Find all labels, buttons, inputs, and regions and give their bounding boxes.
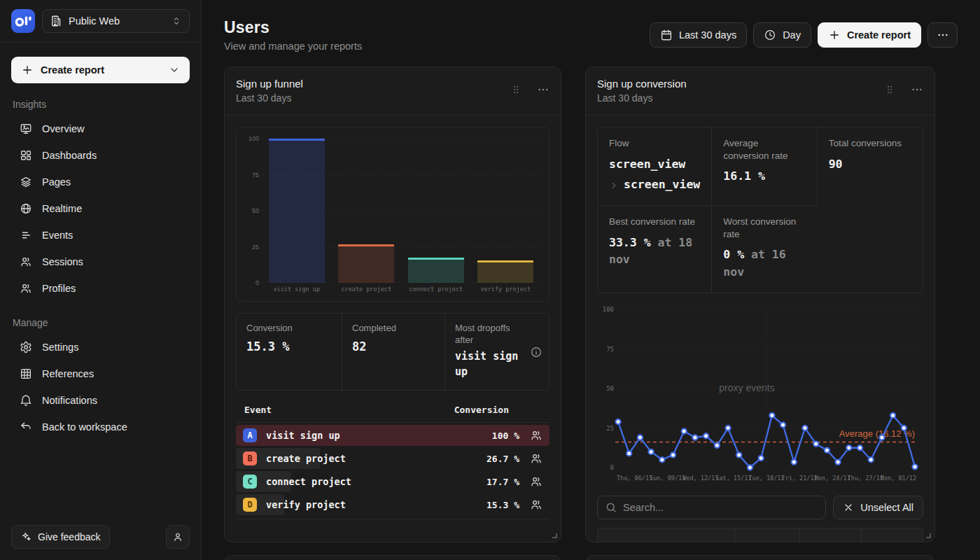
data-point[interactable] — [912, 464, 917, 469]
sidebar-item-events[interactable]: Events — [11, 222, 190, 248]
data-point[interactable] — [802, 426, 807, 430]
data-point[interactable] — [792, 459, 797, 464]
data-point[interactable] — [869, 457, 874, 462]
search-icon — [605, 501, 617, 514]
funnel-bar[interactable] — [477, 260, 533, 283]
funnel-bar-column[interactable] — [401, 139, 471, 283]
funnel-bar[interactable] — [269, 139, 325, 283]
conversion-stats-grid: Flow screen_view screen_view Average con… — [597, 127, 923, 293]
data-point[interactable] — [879, 435, 884, 440]
funnel-bar-column[interactable] — [471, 139, 541, 283]
event-conversion-value: 17.7 % — [486, 477, 519, 487]
data-point[interactable] — [615, 419, 620, 424]
sidebar-item-pages[interactable]: Pages — [11, 169, 190, 195]
users-icon — [20, 255, 32, 268]
stat-worst-value: 0 % — [723, 248, 744, 261]
page-title: Users — [224, 18, 362, 37]
data-point[interactable] — [638, 435, 643, 440]
data-point[interactable] — [846, 445, 851, 450]
users-icon[interactable] — [530, 429, 542, 442]
sidebar-footer: Give feedback — [0, 515, 201, 560]
data-point[interactable] — [736, 452, 741, 457]
data-point[interactable] — [780, 422, 785, 427]
users-icon[interactable] — [530, 498, 542, 511]
sidebar-item-realtime[interactable]: Realtime — [11, 195, 190, 222]
line-y-tick: 25 — [606, 424, 614, 431]
card-resize-handle[interactable] — [552, 533, 557, 538]
data-point[interactable] — [671, 452, 676, 457]
drag-handle-icon[interactable] — [884, 84, 895, 95]
workspace-name: Public Web — [69, 15, 120, 27]
sidebar-item-settings[interactable]: Settings — [11, 334, 190, 360]
sidebar-item-sessions[interactable]: Sessions — [11, 248, 190, 275]
stat-best-value: 33.3 % — [609, 236, 651, 249]
data-point[interactable] — [715, 442, 720, 447]
data-point[interactable] — [759, 455, 764, 460]
interval-button[interactable]: Day — [753, 22, 811, 48]
event-row-visit-sign-up[interactable]: Avisit sign up100 % — [236, 425, 550, 446]
data-point[interactable] — [649, 449, 654, 454]
summary-completed-label: Completed — [352, 323, 435, 335]
card-menu-icon[interactable] — [911, 83, 923, 96]
funnel-x-label: connect project — [401, 286, 471, 297]
data-point[interactable] — [692, 435, 697, 440]
sidebar-item-dashboards[interactable]: Dashboards — [11, 142, 190, 169]
layers-icon — [20, 176, 32, 188]
summary-conversion-value: 15.3 % — [246, 340, 332, 354]
workspace-selector[interactable]: Public Web — [42, 9, 190, 33]
funnel-bar-column[interactable] — [332, 139, 402, 283]
data-point[interactable] — [769, 412, 774, 417]
data-point[interactable] — [626, 451, 631, 456]
drag-handle-icon[interactable] — [510, 84, 522, 95]
stat-best-label: Best conversion rate — [609, 216, 700, 228]
stat-flow: Flow screen_view screen_view — [598, 127, 712, 205]
date-range-button[interactable]: Last 30 days — [650, 22, 747, 48]
card-resize-handle[interactable] — [926, 533, 931, 538]
event-row-verify-project[interactable]: Dverify project15.3 % — [236, 494, 550, 515]
users-icon[interactable] — [530, 475, 542, 488]
users-icon[interactable] — [530, 452, 542, 465]
data-point[interactable] — [725, 426, 730, 430]
openpanel-logo[interactable] — [11, 9, 35, 33]
sidebar-item-references[interactable]: References — [11, 360, 190, 387]
funnel-summary: Conversion 15.3 % Completed 82 Most drop… — [236, 313, 550, 391]
data-point[interactable] — [835, 459, 840, 464]
create-report-label: Create report — [41, 64, 104, 76]
data-point[interactable] — [858, 445, 862, 450]
create-report-button[interactable]: Create report — [11, 57, 190, 83]
data-point[interactable] — [704, 433, 708, 438]
data-point[interactable] — [748, 465, 752, 470]
event-row-connect-project[interactable]: Cconnect project17.7 % — [236, 471, 550, 492]
data-point[interactable] — [890, 412, 895, 417]
search-input[interactable] — [623, 502, 818, 513]
give-feedback-button[interactable]: Give feedback — [11, 525, 110, 549]
line-x-tick: Thu, 27/11 — [848, 475, 883, 482]
summary-dropoffs-value: visit sign up — [455, 349, 526, 380]
info-icon[interactable] — [530, 346, 542, 358]
bell-icon — [20, 394, 32, 407]
profile-button[interactable] — [166, 525, 190, 549]
card-menu-icon[interactable] — [537, 83, 550, 96]
more-options-button[interactable] — [927, 22, 958, 48]
data-point[interactable] — [682, 428, 687, 433]
sidebar-item-back-to-workspace[interactable]: Back to workspace — [11, 414, 190, 440]
data-point[interactable] — [813, 441, 818, 446]
clock-icon — [764, 29, 776, 41]
globe-icon — [20, 202, 32, 215]
sidebar-item-notifications[interactable]: Notifications — [11, 387, 190, 414]
unselect-all-button[interactable]: Unselect All — [833, 496, 923, 519]
data-point[interactable] — [825, 447, 830, 452]
data-point[interactable] — [902, 426, 906, 430]
sidebar-item-overview[interactable]: Overview — [11, 115, 190, 142]
funnel-bar[interactable] — [408, 258, 464, 283]
funnel-y-tick: 75 — [252, 172, 259, 178]
funnel-card-subtitle: Last 30 days — [236, 92, 303, 104]
event-row-create-project[interactable]: Bcreate project26.7 % — [236, 448, 550, 469]
funnel-bar-column[interactable] — [262, 139, 332, 283]
data-point[interactable] — [659, 457, 664, 462]
create-report-header-button[interactable]: Create report — [818, 22, 921, 48]
conversion-column-header: Conversion — [454, 405, 509, 415]
funnel-bar[interactable] — [338, 244, 394, 283]
sidebar-item-profiles[interactable]: Profiles — [11, 275, 190, 302]
partial-series-table — [597, 528, 923, 542]
